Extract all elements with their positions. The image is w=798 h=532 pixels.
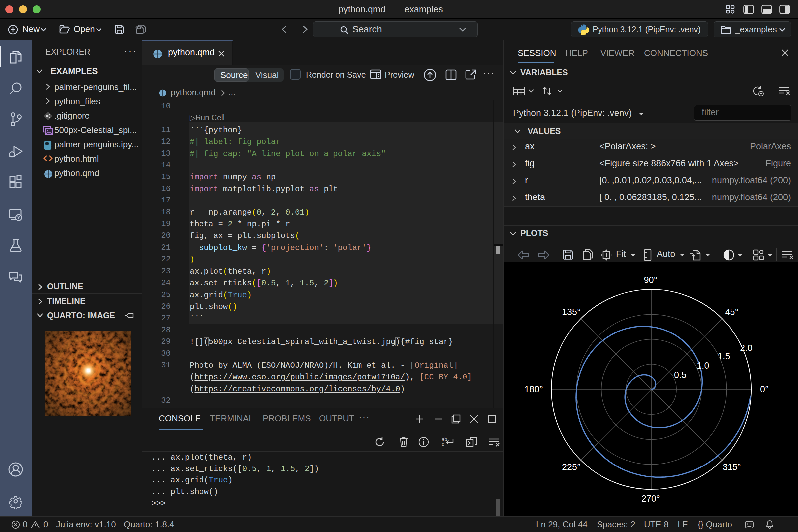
svg-text:90°: 90°	[644, 275, 658, 285]
svg-text:0°: 0°	[760, 384, 769, 394]
svg-text:1.0: 1.0	[697, 361, 709, 371]
svg-text:180°: 180°	[524, 384, 543, 394]
svg-text:1.5: 1.5	[718, 352, 730, 361]
svg-text:2.0: 2.0	[740, 343, 753, 353]
svg-text:315°: 315°	[723, 462, 741, 472]
svg-text:0.5: 0.5	[674, 370, 687, 380]
svg-text:45°: 45°	[725, 307, 739, 317]
svg-text:135°: 135°	[562, 307, 581, 317]
svg-text:c: c	[441, 441, 444, 447]
svg-text:225°: 225°	[562, 462, 581, 472]
svg-text:270°: 270°	[641, 494, 660, 504]
